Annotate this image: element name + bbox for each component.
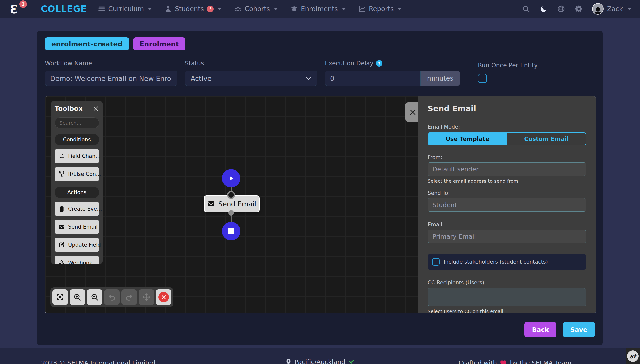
stakeholders-box: Include stakeholders (student contacts) <box>428 254 586 270</box>
workflow-name-field: Workflow Name <box>45 60 177 86</box>
execution-delay-label-text: Execution Delay <box>325 60 373 67</box>
form-actions: Back Save <box>525 322 595 337</box>
toolbox-panel: Toolbox Conditions Field Chan… If/Else C… <box>51 101 103 264</box>
branch-icon <box>59 171 65 177</box>
menu-label: Cohorts <box>245 5 270 13</box>
toolbox-item-label: Update Field <box>68 242 101 248</box>
toolbox-item-webhook[interactable]: Webhook <box>55 256 99 264</box>
toolbox-item-send-email[interactable]: Send Email <box>55 220 99 234</box>
toolbox-search-input[interactable] <box>55 117 99 128</box>
execution-delay-input[interactable] <box>325 71 421 86</box>
cc-recipients-input[interactable] <box>428 288 586 306</box>
workflow-tags: enrolment-created Enrolment <box>45 38 185 50</box>
node-output-port[interactable] <box>229 210 234 216</box>
user-menu[interactable]: Zack <box>592 3 631 15</box>
run-once-checkbox[interactable] <box>478 74 487 83</box>
menu-icon <box>98 5 106 13</box>
mode-custom-email[interactable]: Custom Email <box>507 133 586 145</box>
app-logo[interactable]: Ɛ 1 <box>9 0 28 18</box>
gear-icon[interactable] <box>575 5 583 13</box>
zoom-out-button[interactable] <box>87 289 103 305</box>
pan-button[interactable] <box>139 289 154 305</box>
save-button[interactable]: Save <box>563 322 595 337</box>
toolbox-item-label: If/Else Con… <box>68 171 101 177</box>
email-select[interactable]: Primary Email <box>428 230 586 243</box>
menu-students[interactable]: Students ! <box>164 5 222 13</box>
globe-icon[interactable] <box>557 5 565 13</box>
from-helper-text: Select the email address to send from <box>428 178 586 184</box>
zoom-in-button[interactable] <box>70 289 85 305</box>
workflow-name-input[interactable] <box>45 71 177 86</box>
redo-button[interactable] <box>121 289 137 305</box>
webhook-icon <box>59 260 65 264</box>
menu-curriculum[interactable]: Curriculum <box>98 5 152 13</box>
status-select[interactable]: Active <box>185 71 318 86</box>
brand-title: COLLEGE <box>41 4 87 14</box>
move-arrows-icon <box>142 293 150 301</box>
workflow-end-node[interactable] <box>222 222 241 240</box>
back-button[interactable]: Back <box>525 322 556 337</box>
execution-delay-label: Execution Delay ? <box>325 60 460 67</box>
envelope-icon <box>59 224 65 230</box>
from-select[interactable]: Default sender <box>428 162 586 176</box>
footer-copyright: 2023 © SELMA International Limited <box>41 359 155 364</box>
minutes-addon: minutes <box>421 71 460 86</box>
email-mode-label: Email Mode: <box>428 124 586 130</box>
menu-label: Students <box>175 5 204 13</box>
run-once-label: Run Once Per Entity <box>478 62 538 69</box>
x-icon <box>161 294 166 300</box>
fit-view-icon <box>56 293 64 301</box>
toolbox-item-create-event[interactable]: Create Eve… <box>55 202 99 216</box>
menu-reports[interactable]: Reports <box>358 5 402 13</box>
play-icon <box>227 174 235 182</box>
email-value: Primary Email <box>433 233 476 240</box>
status-value: Active <box>191 75 212 82</box>
symfony-logo: sf <box>627 350 639 362</box>
exchange-arrows-icon <box>59 153 65 159</box>
credit-prefix: Crafted with <box>459 359 497 364</box>
seedling-icon <box>348 358 355 364</box>
menu-enrolments[interactable]: Enrolments <box>291 5 346 13</box>
stakeholders-checkbox[interactable] <box>432 258 440 266</box>
search-icon[interactable] <box>522 5 530 13</box>
stakeholders-label: Include stakeholders (student contacts) <box>444 259 548 265</box>
envelope-icon <box>207 200 215 208</box>
students-alert-badge: ! <box>207 6 214 12</box>
send-to-select[interactable]: Student <box>428 198 586 212</box>
chevron-down-icon <box>342 8 346 10</box>
undo-button[interactable] <box>104 289 120 305</box>
entity-tag: Enrolment <box>133 38 185 50</box>
toolbox-close-icon[interactable] <box>93 105 99 112</box>
toolbox-item-label: Field Chan… <box>68 153 101 159</box>
toolbox-item-update-field[interactable]: Update Field <box>55 238 99 252</box>
workflow-canvas[interactable]: Toolbox Conditions Field Chan… If/Else C… <box>45 96 596 313</box>
fit-view-button[interactable] <box>53 289 68 305</box>
cc-recipients-label: CC Recipients (Users): <box>428 280 586 286</box>
avatar <box>592 3 604 15</box>
toolbox-item-if-else[interactable]: If/Else Con… <box>55 167 99 181</box>
help-icon[interactable]: ? <box>376 60 382 67</box>
mode-use-template[interactable]: Use Template <box>428 133 507 145</box>
menu-label: Reports <box>369 5 394 13</box>
canvas-controls <box>51 287 173 307</box>
symfony-profiler-button[interactable]: sf <box>626 348 640 364</box>
panel-title: Send Email <box>428 104 586 114</box>
zoom-out-icon <box>91 293 99 301</box>
toolbox-title: Toolbox <box>55 105 83 112</box>
users-icon <box>234 5 242 13</box>
email-label: Email: <box>428 222 586 228</box>
chevron-down-icon[interactable] <box>218 8 222 10</box>
execution-delay-field: Execution Delay ? minutes <box>325 60 460 86</box>
toolbox-item-field-change[interactable]: Field Chan… <box>55 149 99 163</box>
navbar-actions: Zack <box>522 3 631 15</box>
workflow-settings-form: Workflow Name Status Active Execution De… <box>45 60 538 86</box>
delete-button[interactable] <box>156 289 171 305</box>
node-input-port[interactable] <box>227 191 235 199</box>
redo-icon <box>125 293 133 301</box>
trigger-tag: enrolment-created <box>45 38 129 50</box>
delete-circle <box>158 292 169 302</box>
moon-theme-icon[interactable] <box>540 5 548 13</box>
menu-cohorts[interactable]: Cohorts <box>234 5 278 13</box>
workflow-start-node[interactable] <box>222 169 241 188</box>
toolbox-item-label: Send Email <box>68 224 98 230</box>
